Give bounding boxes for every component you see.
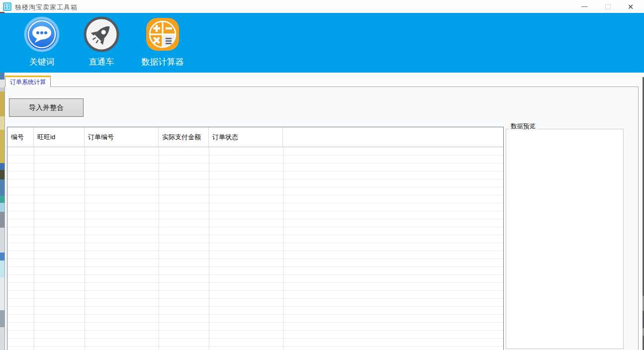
app-window: 独楼淘宝卖家工具箱 ✕ 关键词 bbox=[0, 0, 644, 350]
column-divider bbox=[34, 148, 34, 350]
app-icon bbox=[3, 2, 11, 11]
minimize-button[interactable] bbox=[574, 0, 594, 13]
tab-order-system-calc[interactable]: 订单系统计算 bbox=[5, 76, 51, 87]
column-header-paid-amount[interactable]: 实际支付金额 bbox=[159, 127, 209, 147]
maximize-icon bbox=[605, 4, 611, 9]
column-header-empty bbox=[283, 127, 503, 147]
rocket-icon bbox=[84, 16, 119, 52]
column-divider bbox=[159, 148, 159, 350]
toolbar-item-label: 关键词 bbox=[29, 56, 55, 68]
window-title: 独楼淘宝卖家工具箱 bbox=[15, 3, 78, 12]
toolbar-item-label: 数据计算器 bbox=[142, 56, 184, 68]
column-divider bbox=[85, 148, 85, 350]
toolbar-item-data-calculator[interactable]: 数据计算器 bbox=[141, 16, 184, 68]
desktop-sliver-top-left bbox=[0, 12, 4, 13]
maximize-button[interactable] bbox=[598, 0, 618, 13]
client-area: 订单系统计算 导入并整合 编号 旺旺id 订单编号 实际支付金额 订单状态 bbox=[4, 73, 643, 350]
column-header-wangwang-id[interactable]: 旺旺id bbox=[34, 127, 85, 147]
minimize-icon bbox=[581, 6, 588, 7]
close-icon: ✕ bbox=[628, 3, 634, 10]
calculator-icon bbox=[145, 16, 181, 52]
toolbar-item-label: 直通车 bbox=[89, 56, 114, 68]
title-bar: 独楼淘宝卖家工具箱 ✕ bbox=[0, 0, 644, 13]
import-merge-button[interactable]: 导入并整合 bbox=[9, 98, 84, 117]
desktop-sliver-left bbox=[0, 73, 4, 350]
main-toolbar: 关键词 直通车 bbox=[0, 13, 644, 73]
data-preview-label: 数据预览 bbox=[509, 122, 538, 131]
column-header-order-status[interactable]: 订单状态 bbox=[209, 127, 283, 147]
data-preview-panel bbox=[506, 129, 624, 349]
column-header-number[interactable]: 编号 bbox=[7, 127, 34, 147]
toolbar-item-through-train[interactable]: 直通车 bbox=[83, 16, 120, 68]
chat-bubble-icon bbox=[24, 16, 60, 52]
table-header-row: 编号 旺旺id 订单编号 实际支付金额 订单状态 bbox=[7, 127, 503, 147]
tab-label: 订单系统计算 bbox=[10, 78, 46, 87]
column-divider bbox=[283, 148, 283, 350]
close-button[interactable]: ✕ bbox=[621, 0, 641, 13]
tab-page: 导入并整合 编号 旺旺id 订单编号 实际支付金额 订单状态 bbox=[4, 87, 639, 350]
table-body-empty-rows[interactable] bbox=[7, 148, 503, 350]
column-header-order-number[interactable]: 订单编号 bbox=[85, 127, 159, 147]
toolbar-item-keywords[interactable]: 关键词 bbox=[23, 16, 61, 68]
orders-table[interactable]: 编号 旺旺id 订单编号 实际支付金额 订单状态 bbox=[7, 127, 504, 350]
column-divider bbox=[209, 148, 209, 350]
